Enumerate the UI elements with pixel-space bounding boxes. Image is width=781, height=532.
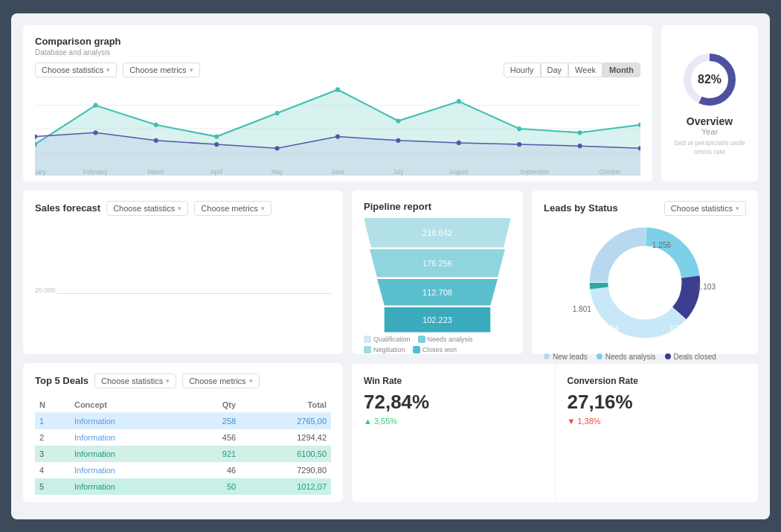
comparison-card: Comparison graph Database and analysis C… [23, 25, 652, 182]
table-row: 2 Information 456 1294,42 [35, 429, 331, 446]
label-deals-closed: 672 [670, 324, 683, 333]
conversion-rate-value: 27,16% [568, 391, 747, 414]
label-new-leads: 1.256 [652, 240, 672, 249]
svg-point-20 [275, 146, 280, 150]
top-row: Comparison graph Database and analysis C… [23, 25, 758, 182]
conversion-rate-item: Conversion Rate 27,16% ▼ 1,38% [556, 363, 759, 502]
col-concept: Concept [70, 397, 187, 413]
down-arrow-icon: ▼ [568, 417, 576, 426]
svg-text:July: July [393, 168, 404, 175]
sales-card: Sales forecast Choose statistics Choose … [23, 190, 343, 354]
leads-card: Leads by Status Choose statistics [532, 190, 758, 354]
win-rate-change: ▲ 3,55% [364, 417, 543, 426]
svg-point-22 [396, 138, 400, 142]
legend-closes-won: Closes won [413, 346, 457, 353]
metrics-select[interactable]: Choose metrics [123, 63, 199, 77]
leads-donut-svg: 1.256 1.103 672 1.801 94 [556, 216, 734, 350]
time-day[interactable]: Day [541, 63, 569, 77]
time-hourly[interactable]: Hourly [504, 63, 541, 77]
table-row: 1 Information 258 2765,00 [35, 412, 331, 429]
deals-card: Top 5 Deals Choose statistics Choose met… [23, 363, 343, 502]
funnel-seg-3: 112.708 [364, 279, 511, 306]
svg-text:April: April [210, 168, 222, 175]
comparison-chart: January February March April May June Ju… [35, 82, 640, 176]
svg-point-7 [214, 134, 219, 138]
legend-qualification: Qualification [364, 336, 411, 343]
svg-point-8 [275, 110, 280, 115]
overview-title: Overview [687, 115, 733, 127]
sales-y-label: 20.000 [35, 286, 56, 294]
svg-point-13 [578, 130, 582, 135]
sales-stats-select[interactable]: Choose statistics [106, 201, 188, 216]
svg-point-12 [517, 126, 521, 130]
up-arrow-icon: ▲ [364, 417, 372, 426]
bottom-row: Top 5 Deals Choose statistics Choose met… [23, 363, 758, 502]
pipeline-card: Pipeline report 218.642 176.256 112.708 … [352, 190, 523, 354]
funnel-seg-2: 176.256 [364, 249, 511, 278]
middle-row: Sales forecast Choose statistics Choose … [23, 190, 758, 354]
pipeline-legend: Qualification Needs analysis Negitiation… [364, 336, 511, 353]
stats-select[interactable]: Choose statistics [35, 63, 117, 77]
overview-sub: Year [701, 127, 718, 136]
sales-metrics-select[interactable]: Choose metrics [194, 201, 271, 216]
svg-point-19 [214, 141, 219, 146]
col-total: Total [240, 397, 331, 413]
table-row: 3 Information 921 6100,50 [35, 446, 331, 462]
win-rate-item: Win Rate 72,84% ▲ 3,55% [352, 363, 556, 502]
svg-point-23 [457, 140, 461, 144]
overview-percent: 82% [698, 73, 721, 86]
label-offer-sent: 94 [611, 324, 620, 333]
funnel-seg-4: 102.223 [364, 307, 511, 333]
deals-title: Top 5 Deals [35, 375, 89, 386]
overview-donut: 82% [680, 50, 739, 109]
deals-metrics-select[interactable]: Choose metrics [182, 374, 259, 388]
deals-table: N Concept Qty Total 1 Information 258 27… [35, 397, 331, 495]
sales-bar-chart: 20.000 [35, 216, 331, 347]
table-row: 4 Information 46 7290,80 [35, 462, 331, 478]
overview-card: 82% Overview Year Sed ut perspiciatis un… [661, 25, 758, 182]
pipeline-title: Pipeline report [364, 201, 511, 212]
col-qty: Qty [187, 397, 240, 413]
svg-text:September: September [520, 168, 550, 175]
svg-text:March: March [148, 168, 165, 175]
win-rate-label: Win Rate [364, 376, 543, 386]
legend-new-leads: New leads [544, 353, 588, 361]
svg-point-25 [578, 144, 582, 148]
leads-stats-select[interactable]: Choose statistics [664, 201, 746, 216]
deals-stats-select[interactable]: Choose statistics [94, 374, 176, 388]
overview-desc: Sed ut perspiciatis unde omnis rate [672, 139, 748, 156]
rate-area: Win Rate 72,84% ▲ 3,55% Conversion Rate … [352, 363, 758, 502]
comparison-svg: January February March April May June Ju… [35, 82, 640, 176]
label-qualification: 1.801 [573, 305, 592, 313]
svg-text:June: June [331, 168, 344, 175]
sales-title: Sales forecast [35, 202, 100, 214]
svg-point-9 [335, 87, 340, 92]
rate-cards: Win Rate 72,84% ▲ 3,55% Conversion Rate … [352, 363, 758, 502]
svg-text:August: August [449, 168, 469, 175]
svg-point-6 [154, 122, 158, 126]
legend-needs-analysis: Needs analysis [418, 336, 473, 343]
legend-needs-analysis-l: Needs analysis [597, 353, 656, 361]
svg-point-10 [396, 118, 400, 123]
win-rate-value: 72,84% [364, 391, 543, 414]
svg-point-11 [457, 99, 461, 103]
time-week[interactable]: Week [568, 63, 602, 77]
svg-point-24 [517, 141, 521, 146]
comparison-title: Comparison graph [35, 36, 640, 47]
table-row: 5 Information 50 1012,07 [35, 478, 331, 495]
leads-donut-area: 1.256 1.103 672 1.801 94 [544, 216, 746, 350]
time-buttons: Hourly Day Week Month [504, 63, 640, 77]
funnel-seg-1: 218.642 [364, 218, 511, 248]
svg-point-18 [154, 138, 158, 142]
col-n: N [35, 397, 70, 413]
legend-negotiation: Negitiation [364, 346, 405, 353]
svg-point-21 [335, 134, 340, 138]
comparison-subtitle: Database and analysis [35, 48, 640, 57]
svg-text:February: February [83, 168, 108, 175]
rate-row: Win Rate 72,84% ▲ 3,55% Conversion Rate … [352, 363, 758, 502]
conversion-rate-change: ▼ 1,38% [568, 417, 747, 426]
svg-text:January: January [35, 168, 46, 175]
time-month[interactable]: Month [602, 63, 640, 77]
legend-deals-closed-l: Deals closed [665, 353, 716, 361]
dashboard: Comparison graph Database and analysis C… [11, 13, 770, 519]
